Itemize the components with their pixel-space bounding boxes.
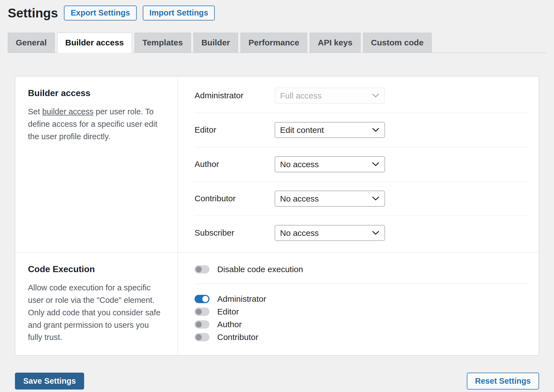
settings-tabs: General Builder access Templates Builder…	[8, 33, 546, 53]
subscriber-access-select[interactable]: No access	[275, 225, 385, 241]
import-settings-button[interactable]: Import Settings	[143, 6, 215, 20]
disable-code-execution-toggle[interactable]	[195, 265, 209, 274]
reset-settings-button[interactable]: Reset Settings	[467, 373, 539, 390]
administrator-access-select-wrap: Full access	[275, 88, 385, 104]
code-execution-text: Allow code execution for a specific user…	[28, 282, 161, 344]
role-label: Author	[195, 159, 275, 169]
tab-api-keys[interactable]: API keys	[310, 33, 360, 53]
toggle-label: Editor	[217, 307, 239, 316]
tab-builder[interactable]: Builder	[193, 33, 238, 53]
administrator-code-toggle[interactable]	[195, 295, 209, 303]
role-row-subscriber: Subscriber No access	[195, 216, 530, 250]
toggle-row-editor: Editor	[195, 307, 530, 316]
role-toggle-list: Administrator Editor Author Contributor	[195, 294, 530, 342]
save-settings-button[interactable]: Save Settings	[15, 373, 84, 390]
role-label: Editor	[195, 125, 275, 135]
footer-actions: Save Settings Reset Settings	[15, 373, 539, 390]
role-label: Subscriber	[195, 228, 275, 238]
builder-access-controls: Administrator Full access Editor Edit co…	[178, 76, 539, 252]
role-label: Contributor	[195, 194, 275, 203]
disable-code-execution-row: Disable code execution	[195, 265, 530, 284]
contributor-code-toggle[interactable]	[195, 333, 209, 341]
page-header: Settings Export Settings Import Settings	[8, 4, 546, 20]
toggle-knob	[196, 321, 202, 327]
toggle-knob	[196, 309, 202, 315]
toggle-knob	[196, 266, 202, 272]
role-row-contributor: Contributor No access	[195, 182, 530, 216]
role-label: Administrator	[195, 91, 275, 100]
tab-custom-code[interactable]: Custom code	[363, 33, 432, 53]
author-access-select[interactable]: No access	[275, 156, 385, 172]
code-execution-heading: Code Execution	[28, 264, 165, 274]
role-row-editor: Editor Edit content	[195, 113, 530, 147]
toggle-label: Administrator	[217, 294, 266, 304]
toggle-label: Disable code execution	[217, 265, 303, 274]
builder-access-link[interactable]: builder access	[42, 107, 94, 116]
subscriber-access-select-wrap: No access	[275, 225, 385, 241]
code-execution-controls: Disable code execution Administrator Edi…	[178, 252, 539, 355]
settings-page: Settings Export Settings Import Settings…	[0, 0, 554, 390]
builder-access-text: Set builder access per user role. To def…	[28, 105, 161, 143]
tab-builder-access[interactable]: Builder access	[57, 33, 132, 53]
builder-access-description: Builder access Set builder access per us…	[15, 76, 178, 252]
author-access-select-wrap: No access	[275, 156, 385, 172]
author-code-toggle[interactable]	[195, 320, 209, 329]
toggle-row-contributor: Contributor	[195, 332, 530, 342]
contributor-access-select[interactable]: No access	[275, 191, 385, 207]
toggle-knob	[202, 296, 208, 302]
settings-panel: Builder access Set builder access per us…	[15, 76, 539, 356]
tab-templates[interactable]: Templates	[134, 33, 191, 53]
administrator-access-select[interactable]: Full access	[275, 88, 385, 104]
toggle-row-administrator: Administrator	[195, 294, 530, 304]
editor-code-toggle[interactable]	[195, 308, 209, 316]
desc-pre: Set	[28, 107, 42, 116]
tab-performance[interactable]: Performance	[240, 33, 307, 53]
page-title: Settings	[8, 6, 58, 20]
role-row-author: Author No access	[195, 147, 530, 182]
code-execution-description: Code Execution Allow code execution for …	[15, 252, 178, 355]
export-settings-button[interactable]: Export Settings	[64, 6, 136, 20]
toggle-row-author: Author	[195, 320, 530, 329]
toggle-label: Contributor	[217, 332, 258, 342]
builder-access-heading: Builder access	[28, 88, 165, 98]
toggle-knob	[196, 334, 202, 340]
editor-access-select-wrap: Edit content	[275, 122, 385, 138]
editor-access-select[interactable]: Edit content	[275, 122, 385, 138]
contributor-access-select-wrap: No access	[275, 191, 385, 207]
tab-general[interactable]: General	[8, 33, 55, 53]
role-row-administrator: Administrator Full access	[195, 79, 530, 113]
toggle-label: Author	[217, 320, 242, 329]
